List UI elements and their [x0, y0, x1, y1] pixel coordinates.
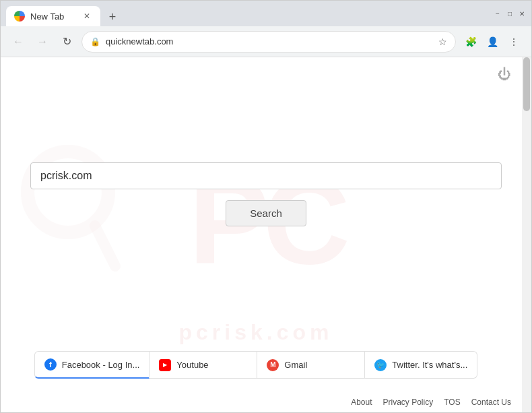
active-tab[interactable]: New Tab ✕ — [6, 6, 100, 26]
bookmark-icon[interactable]: ☆ — [438, 36, 447, 47]
minimize-button[interactable]: − — [494, 9, 502, 18]
new-tab-button[interactable]: + — [103, 7, 122, 26]
tab-bar: New Tab ✕ + — [6, 1, 483, 26]
profile-icon[interactable]: 👤 — [483, 32, 502, 51]
extensions-icon[interactable]: 🧩 — [461, 32, 480, 51]
window-controls: − □ ✕ — [494, 9, 526, 18]
browser-window: New Tab ✕ + − □ ✕ ← → ↻ 🔒 quicknewtab.co… — [0, 0, 532, 413]
tab-title: New Tab — [30, 11, 64, 22]
menu-icon[interactable]: ⋮ — [504, 32, 523, 51]
tab-favicon — [14, 11, 25, 22]
url-text: quicknewtab.com — [106, 36, 433, 46]
forward-button[interactable]: → — [33, 32, 52, 51]
reload-button[interactable]: ↻ — [57, 32, 76, 51]
search-input[interactable] — [30, 162, 502, 189]
tab-close-button[interactable]: ✕ — [81, 11, 92, 22]
address-bar[interactable]: 🔒 quicknewtab.com ☆ — [81, 31, 456, 53]
back-button[interactable]: ← — [9, 32, 28, 51]
main-area: Search — [1, 57, 531, 412]
close-button[interactable]: ✕ — [518, 9, 526, 18]
nav-bar: ← → ↻ 🔒 quicknewtab.com ☆ 🧩 👤 ⋮ — [1, 26, 531, 57]
search-button[interactable]: Search — [226, 200, 306, 226]
lock-icon: 🔒 — [90, 37, 100, 46]
search-container: Search — [30, 162, 502, 226]
title-bar: New Tab ✕ + − □ ✕ — [1, 1, 531, 26]
maximize-button[interactable]: □ — [506, 9, 514, 18]
nav-actions: 🧩 👤 ⋮ — [461, 32, 523, 51]
page-content: ⏻ PC pcrisk.com Search f Facebook - Log … — [1, 57, 531, 412]
